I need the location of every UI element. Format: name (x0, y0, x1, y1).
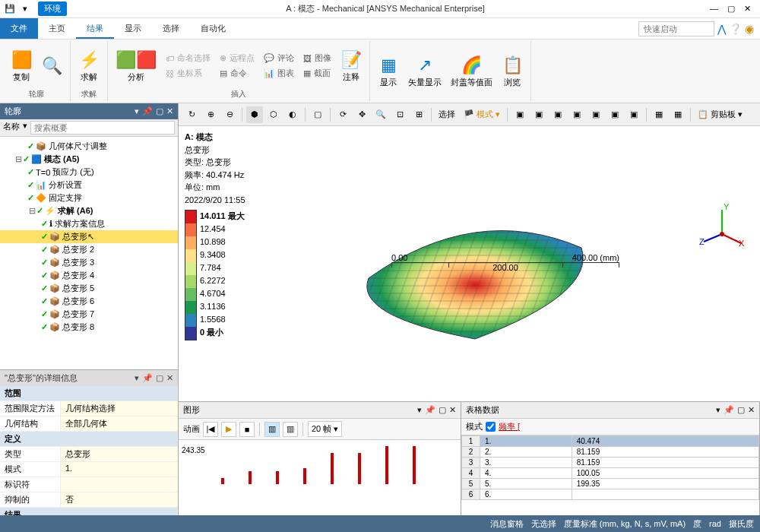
anim-mode-2-icon[interactable]: ▥ (283, 422, 298, 437)
tree-node-td5[interactable]: ✓📦总变形 5 (0, 282, 178, 295)
minimize-icon[interactable]: — (710, 4, 718, 14)
tab-select[interactable]: 选择 (152, 18, 190, 39)
pin-icon[interactable]: 📌 (142, 106, 153, 116)
tree-node-modal[interactable]: ⊟✓🟦模态 (A5) (0, 153, 178, 166)
zoom-in-icon[interactable]: ⊕ (202, 106, 219, 123)
close-icon[interactable]: ✕ (748, 405, 755, 415)
outline-search-input[interactable] (30, 121, 175, 135)
collapse-icon[interactable]: ⊟ (27, 206, 36, 216)
graph-panel-header[interactable]: 图形▾📌▢✕ (179, 402, 461, 419)
view-iso-icon[interactable]: ▣ (625, 106, 642, 123)
transparent-icon[interactable]: ◐ (284, 106, 301, 123)
maximize-icon[interactable]: ▢ (439, 405, 446, 415)
tree-node-td7[interactable]: ✓📦总变形 7 (0, 308, 178, 321)
quick-launch-input[interactable] (638, 21, 714, 36)
view-top-icon[interactable]: ▣ (549, 106, 566, 123)
play-icon[interactable]: ▶ (221, 422, 236, 437)
graphics-viewport[interactable]: A: 模态 总变形 类型: 总变形 频率: 40.474 Hz 单位: mm 2… (179, 126, 760, 401)
image-button[interactable]: 🖼图像 (300, 51, 334, 65)
save-icon[interactable]: 💾 (3, 2, 17, 16)
dropdown-icon[interactable]: ▾ (135, 106, 139, 116)
coord-sys-button[interactable]: ⛓坐标系 (163, 66, 214, 81)
details-value[interactable] (61, 477, 178, 492)
capped-iso-button[interactable]: 🌈封盖等值面 (448, 52, 496, 90)
anim-mode-1-icon[interactable]: ▥ (264, 422, 280, 437)
box-zoom-icon[interactable]: ⊞ (410, 106, 427, 123)
clipboard-dropdown[interactable]: 📋 剪贴板 ▾ (695, 109, 746, 120)
close-icon[interactable]: ✕ (166, 373, 173, 383)
view-triad[interactable]: Y X Z (699, 204, 745, 249)
tab-automation[interactable]: 自动化 (190, 18, 236, 39)
maximize-icon[interactable]: ▢ (737, 405, 745, 415)
tree-node-geom-sizing[interactable]: ✓📦几何体尺寸调整 (0, 140, 178, 153)
pin-icon[interactable]: 📌 (724, 405, 734, 415)
tab-home[interactable]: 主页 (38, 18, 76, 39)
mode-bar-graph[interactable]: 243.35 1. (179, 440, 461, 515)
maximize-icon[interactable]: ▢ (156, 373, 163, 383)
remote-point-button[interactable]: ⊕远程点 (217, 51, 258, 65)
details-value[interactable]: 几何结构选择 (61, 401, 178, 416)
edge-icon[interactable]: ▢ (309, 106, 326, 123)
shade-icon[interactable]: ⬢ (246, 106, 263, 123)
solve-button[interactable]: ⚡求解 (75, 47, 103, 84)
annotation-button[interactable]: 📝注释 (337, 47, 365, 84)
tree-node-td8[interactable]: ✓📦总变形 8 (0, 321, 178, 334)
first-frame-icon[interactable]: |◀ (203, 422, 218, 437)
tree-node-analysis-settings[interactable]: ✓📊分析设置 (0, 179, 178, 192)
status-degrees[interactable]: 度 (693, 518, 701, 530)
view-right-icon[interactable]: ▣ (606, 106, 623, 123)
dropdown-icon[interactable]: ▾ (135, 373, 139, 383)
mode-dropdown[interactable]: 🏴 模式 ▾ (461, 109, 503, 120)
fit-icon[interactable]: ⊡ (391, 106, 408, 123)
help-icon[interactable]: ❔ (729, 23, 742, 35)
pin-icon[interactable]: 📌 (142, 373, 153, 383)
named-selection-button[interactable]: 🏷命名选择 (163, 51, 214, 65)
details-category-scope[interactable]: 范围 (0, 386, 178, 401)
zoom-out-icon[interactable]: ⊖ (221, 106, 238, 123)
copy-button[interactable]: 🟧复制 (8, 47, 35, 84)
settings-icon[interactable]: ◉ (745, 23, 754, 35)
close-icon[interactable]: ✕ (449, 405, 456, 415)
tab-display[interactable]: 显示 (114, 18, 152, 39)
display-button[interactable]: ▦显示 (375, 52, 402, 90)
view-bottom-icon[interactable]: ▣ (568, 106, 585, 123)
status-units[interactable]: 度量标准 (mm, kg, N, s, mV, mA) (564, 518, 686, 530)
chart-button[interactable]: 📊图表 (261, 66, 297, 81)
comment-button[interactable]: 💬评论 (261, 51, 297, 65)
close-icon[interactable]: ✕ (166, 106, 173, 116)
status-celsius[interactable]: 摄氏度 (729, 518, 754, 530)
maximize-icon[interactable]: ▢ (156, 106, 163, 116)
maximize-icon[interactable]: ▢ (727, 4, 735, 14)
close-icon[interactable]: ✕ (744, 4, 751, 14)
tabular-data-grid[interactable]: 11.40.47422.81.15933.81.15944.100.0555.1… (461, 435, 759, 515)
wireframe-icon[interactable]: ⬡ (265, 106, 282, 123)
vector-display-button[interactable]: ↗矢量显示 (405, 52, 445, 90)
tree-node-fixed-support[interactable]: ✓🔶固定支撑 (0, 192, 178, 204)
status-rad[interactable]: rad (709, 519, 721, 528)
section-button[interactable]: ▦截面 (300, 66, 334, 81)
details-value[interactable]: 1. (61, 462, 178, 477)
details-category-result[interactable]: 结果 (0, 508, 178, 515)
pick-face-icon[interactable]: ▦ (670, 106, 686, 123)
select-label[interactable]: 选择 (435, 109, 458, 120)
view-back-icon[interactable]: ▣ (530, 106, 547, 123)
pan-icon[interactable]: ✥ (353, 106, 370, 123)
dropdown-icon[interactable]: ▾ (417, 405, 422, 415)
view-front-icon[interactable]: ▣ (511, 106, 528, 123)
refresh-icon[interactable]: ↻ (183, 106, 200, 123)
view-left-icon[interactable]: ▣ (587, 106, 604, 123)
chevron-down-icon[interactable]: ▾ (18, 2, 32, 16)
dropdown-icon[interactable]: ▾ (716, 405, 720, 415)
collapse-icon[interactable]: ⊟ (14, 154, 23, 164)
file-tab[interactable]: 文件 (0, 18, 38, 39)
freq-checkbox[interactable] (486, 422, 496, 432)
details-value[interactable]: 全部几何体 (61, 416, 178, 431)
tree-node-solution-info[interactable]: ✓ℹ求解方案信息 (0, 217, 178, 230)
browse-button[interactable]: 📋浏览 (499, 52, 526, 90)
tree-node-td4[interactable]: ✓📦总变形 4 (0, 269, 178, 282)
zoom-icon[interactable]: 🔍 (372, 106, 389, 123)
tree-node-td6[interactable]: ✓📦总变形 6 (0, 295, 178, 308)
find-button[interactable]: 🔍 (38, 53, 65, 79)
notify-icon[interactable]: ⋀ (717, 23, 726, 35)
outline-tree[interactable]: ✓📦几何体尺寸调整 ⊟✓🟦模态 (A5) ✓T=0预应力 (无) ✓📊分析设置 … (0, 137, 178, 369)
